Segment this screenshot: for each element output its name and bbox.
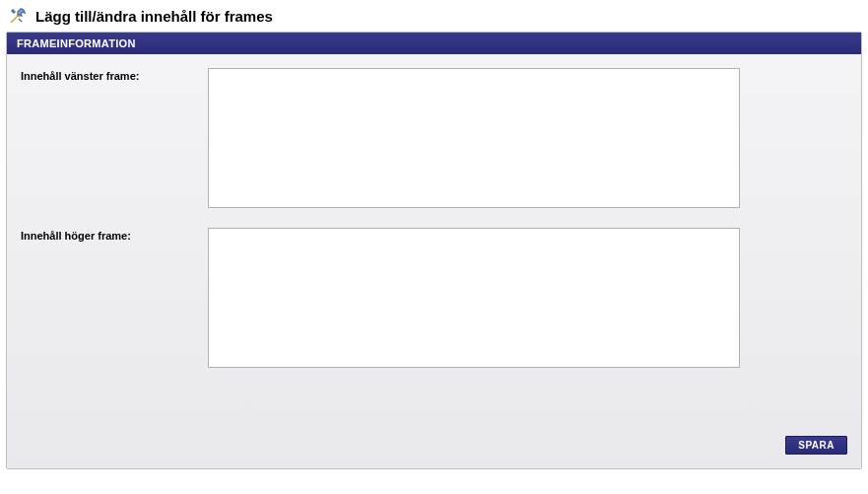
button-row: SPARA <box>785 436 847 455</box>
row-right-frame: Innehåll höger frame: <box>21 228 847 370</box>
page-title: Lägg till/ändra innehåll för frames <box>35 8 273 25</box>
label-left-frame: Innehåll vänster frame: <box>21 68 208 82</box>
row-left-frame: Innehåll vänster frame: <box>21 68 847 210</box>
textarea-right-frame[interactable] <box>208 228 740 368</box>
panel-title: FRAMEINFORMATION <box>7 33 861 54</box>
save-button[interactable]: SPARA <box>785 436 847 455</box>
page-root: Lägg till/ändra innehåll för frames FRAM… <box>0 0 868 469</box>
control-right-frame <box>208 228 740 370</box>
panel-body: Innehåll vänster frame: Innehåll höger f… <box>7 54 861 468</box>
label-right-frame: Innehåll höger frame: <box>21 228 208 242</box>
textarea-left-frame[interactable] <box>208 68 740 208</box>
page-header: Lägg till/ändra innehåll för frames <box>0 0 868 32</box>
frameinfo-panel: FRAMEINFORMATION Innehåll vänster frame:… <box>6 32 862 469</box>
control-left-frame <box>208 68 740 210</box>
tools-icon <box>8 6 28 26</box>
